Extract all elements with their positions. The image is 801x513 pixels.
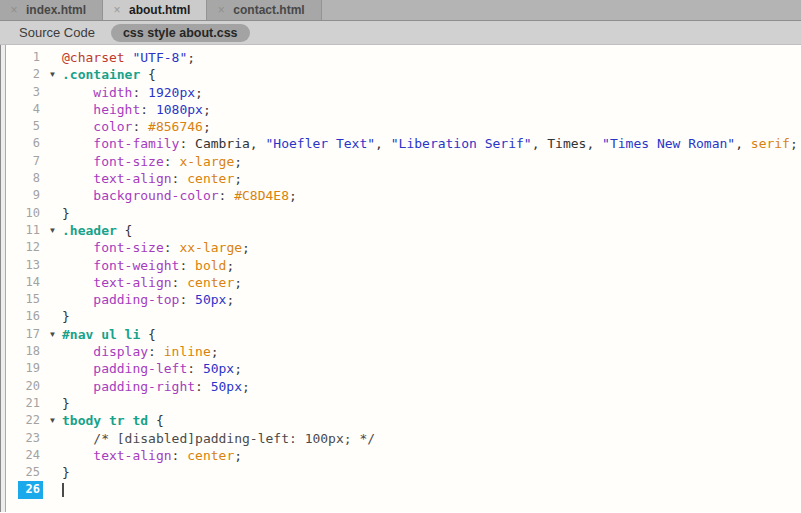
code-text[interactable]: @charset "UTF-8"; <box>62 49 801 66</box>
code-text[interactable]: color: #856746; <box>62 118 801 135</box>
fold-gutter-spacer <box>43 378 62 395</box>
line-number[interactable]: 25 <box>18 464 43 481</box>
line-number[interactable]: 3 <box>18 84 43 101</box>
fold-toggle-icon[interactable]: ▼ <box>43 66 62 83</box>
code-token-pu: ; <box>289 188 297 203</box>
line-number[interactable]: 24 <box>18 447 43 464</box>
code-token-prop: display <box>93 344 148 359</box>
code-token-pl <box>62 102 93 117</box>
tab-index.html[interactable]: ×index.html <box>0 0 103 20</box>
code-token-pl: , Times, <box>532 136 602 151</box>
code-text[interactable]: .header { <box>62 222 801 239</box>
code-text[interactable]: padding-right: 50px; <box>62 378 801 395</box>
code-text[interactable]: } <box>62 395 801 412</box>
tab-close-icon[interactable]: × <box>216 4 226 16</box>
code-text[interactable]: #nav ul li { <box>62 326 801 343</box>
line-number[interactable]: 11 <box>18 222 43 239</box>
tab-about.html[interactable]: ×about.html <box>103 0 207 20</box>
code-token-val: x-large <box>179 154 234 169</box>
code-line: 10} <box>6 205 801 222</box>
tab-close-icon[interactable]: × <box>9 4 19 16</box>
code-text[interactable]: text-align: center; <box>62 170 801 187</box>
code-text[interactable]: width: 1920px; <box>62 84 801 101</box>
code-text[interactable]: text-align: center; <box>62 447 801 464</box>
line-number[interactable]: 13 <box>18 257 43 274</box>
line-number[interactable]: 7 <box>18 153 43 170</box>
code-text[interactable]: font-size: x-large; <box>62 153 801 170</box>
code-text[interactable]: font-weight: bold; <box>62 257 801 274</box>
line-number[interactable]: 6 <box>18 135 43 152</box>
code-token-prop: text-align <box>93 448 171 463</box>
line-number[interactable]: 15 <box>18 291 43 308</box>
fold-gutter-spacer <box>43 135 62 152</box>
code-text[interactable]: padding-left: 50px; <box>62 360 801 377</box>
source-code-label: Source Code <box>19 25 95 40</box>
line-number[interactable]: 5 <box>18 118 43 135</box>
code-token-pl <box>156 344 164 359</box>
fold-toggle-icon[interactable]: ▼ <box>43 412 62 429</box>
line-number[interactable]: 20 <box>18 378 43 395</box>
code-text[interactable]: font-family: Cambria, "Hoefler Text", "L… <box>62 135 801 152</box>
code-token-pu: ; <box>203 119 211 134</box>
code-pane[interactable]: 1@charset "UTF-8";2▼.container {3 width:… <box>6 45 801 512</box>
line-number[interactable]: 2 <box>18 66 43 83</box>
line-number[interactable]: 23 <box>18 430 43 447</box>
code-line: 22▼tbody tr td { <box>6 412 801 429</box>
line-number[interactable]: 18 <box>18 343 43 360</box>
code-text[interactable]: tbody tr td { <box>62 412 801 429</box>
code-text[interactable]: } <box>62 464 801 481</box>
code-text[interactable] <box>62 481 801 498</box>
code-line: 3 width: 1920px; <box>6 84 801 101</box>
line-number[interactable]: 26 <box>18 481 43 498</box>
code-token-pl <box>62 379 93 394</box>
code-text[interactable]: background-color: #C8D4E8; <box>62 187 801 204</box>
line-number[interactable]: 16 <box>18 308 43 325</box>
code-text[interactable]: display: inline; <box>62 343 801 360</box>
line-number[interactable]: 19 <box>18 360 43 377</box>
fold-gutter-spacer <box>43 49 62 66</box>
code-token-val: center <box>187 171 234 186</box>
line-number[interactable]: 12 <box>18 239 43 256</box>
code-text[interactable]: font-size: xx-large; <box>62 239 801 256</box>
line-number[interactable]: 4 <box>18 101 43 118</box>
code-line: 24 text-align: center; <box>6 447 801 464</box>
code-token-val: bold <box>195 258 226 273</box>
fold-toggle-icon[interactable]: ▼ <box>43 326 62 343</box>
code-line: 16} <box>6 308 801 325</box>
code-token-pu: ; <box>234 275 242 290</box>
line-number[interactable]: 17 <box>18 326 43 343</box>
fold-toggle-icon[interactable]: ▼ <box>43 222 62 239</box>
line-number[interactable]: 14 <box>18 274 43 291</box>
code-text[interactable]: } <box>62 205 801 222</box>
tab-close-icon[interactable]: × <box>112 4 122 16</box>
line-number[interactable]: 22 <box>18 412 43 429</box>
css-scope-pill[interactable]: css style about.css <box>111 24 250 42</box>
tab-contact.html[interactable]: ×contact.html <box>207 0 321 20</box>
code-token-pu: ; <box>234 154 242 169</box>
code-token-pl: } <box>62 206 70 221</box>
code-token-prop: background-color <box>93 188 218 203</box>
code-token-pu: ; <box>790 136 798 151</box>
code-text[interactable]: } <box>62 308 801 325</box>
code-line: 14 text-align: center; <box>6 274 801 291</box>
line-number[interactable]: 1 <box>18 49 43 66</box>
code-text[interactable]: text-align: center; <box>62 274 801 291</box>
code-text[interactable]: /* [disabled]padding-left: 100px; */ <box>62 430 801 447</box>
line-number[interactable]: 9 <box>18 187 43 204</box>
code-token-pu: ; <box>242 379 250 394</box>
code-token-prop: width <box>93 85 132 100</box>
code-token-at: @charset <box>62 50 125 65</box>
code-token-pu: : <box>148 344 156 359</box>
line-number[interactable]: 8 <box>18 170 43 187</box>
fold-gutter-spacer <box>43 239 62 256</box>
tab-bar: ×index.html×about.html×contact.html <box>0 0 801 21</box>
line-number[interactable]: 21 <box>18 395 43 412</box>
code-token-pl <box>62 344 93 359</box>
code-text[interactable]: padding-top: 50px; <box>62 291 801 308</box>
code-token-pu: ; <box>226 258 234 273</box>
code-line: 25} <box>6 464 801 481</box>
code-token-pl <box>62 154 93 169</box>
code-text[interactable]: .container { <box>62 66 801 83</box>
line-number[interactable]: 10 <box>18 205 43 222</box>
code-text[interactable]: height: 1080px; <box>62 101 801 118</box>
